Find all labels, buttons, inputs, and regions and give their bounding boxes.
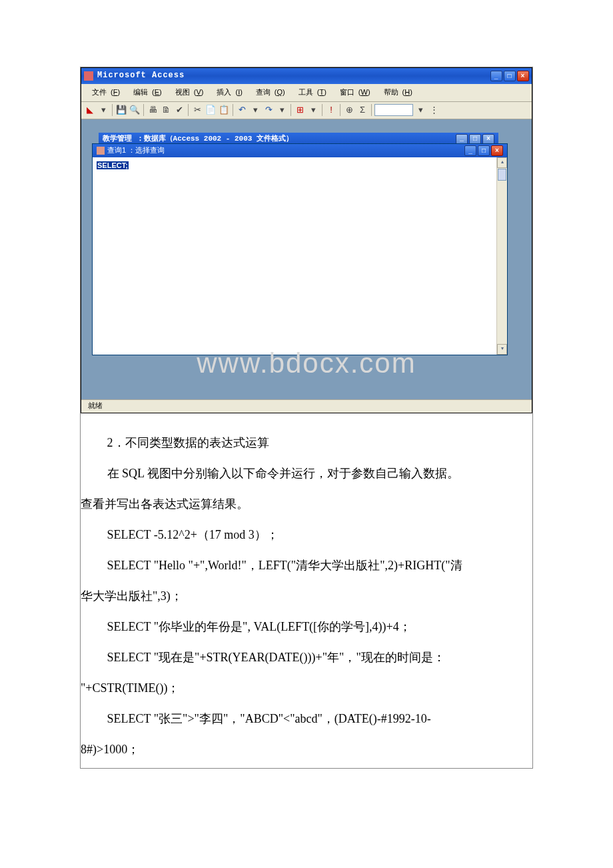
toolbar-separator xyxy=(340,104,340,116)
section-heading: 2．不同类型数据的表达式运算 xyxy=(81,431,532,455)
query-window-icon xyxy=(97,147,105,155)
query-body: SELECT; ▴ ▾ xyxy=(93,157,507,355)
sql-editor[interactable]: SELECT; xyxy=(93,157,496,355)
statusbar: 就绪 xyxy=(81,399,532,413)
titlebar: Microsoft Access _ □ × xyxy=(81,68,532,84)
menu-tools[interactable]: 工具(T) xyxy=(291,85,330,100)
instruction-line-2: 查看并写出各表达式运算结果。 xyxy=(81,492,532,516)
app-title: Microsoft Access xyxy=(97,69,490,82)
q-close-button[interactable]: × xyxy=(491,145,503,156)
sql-line-4a: SELECT "现在是"+STR(YEAR(DATE()))+"年"，"现在的时… xyxy=(81,645,532,669)
minimize-button[interactable]: _ xyxy=(490,71,502,81)
cut-icon[interactable]: ✂ xyxy=(191,104,203,116)
toolbar-separator xyxy=(291,104,291,116)
instruction-line-1: 在 SQL 视图中分别输入以下命令并运行，对于参数自己输入数据。 xyxy=(81,461,532,485)
close-button[interactable]: × xyxy=(517,71,529,81)
querytype-drop-icon[interactable]: ▾ xyxy=(307,104,319,116)
sql-line-1: SELECT -5.12^2+（17 mod 3）； xyxy=(81,523,532,547)
toolbar-separator xyxy=(233,104,233,116)
page-frame: Microsoft Access _ □ × 文件(F) 编辑(E) 视图(V)… xyxy=(80,67,533,769)
paste-icon[interactable]: 📋 xyxy=(218,104,230,116)
menu-insert[interactable]: 插入(I) xyxy=(209,85,246,100)
toolbar-separator xyxy=(188,104,189,116)
q-minimize-button[interactable]: _ xyxy=(464,145,476,156)
scroll-thumb[interactable] xyxy=(498,169,506,181)
search-icon[interactable]: 🔍 xyxy=(129,104,141,116)
scroll-down-icon[interactable]: ▾ xyxy=(497,344,507,355)
preview-icon[interactable]: 🗎 xyxy=(160,104,172,116)
menu-help[interactable]: 帮助(H) xyxy=(376,85,416,100)
save-icon[interactable]: 💾 xyxy=(115,104,127,116)
query-window-titlebar: 查询1 ：选择查询 _ □ × xyxy=(93,144,507,157)
query-window: 查询1 ：选择查询 _ □ × SELECT; ▴ ▾ xyxy=(92,143,508,355)
sql-line-4b: "+CSTR(TIME())； xyxy=(81,676,532,700)
q-maximize-button[interactable]: □ xyxy=(478,145,490,156)
toolbar: ◣ ▾ 💾 🔍 🖶 🗎 ✔ ✂ 📄 📋 ↶ ▾ ↷ ▾ ⊞ ▾ ! ⊕ Σ xyxy=(81,102,532,119)
redo-icon[interactable]: ↷ xyxy=(263,104,275,116)
scrollbar[interactable]: ▴ ▾ xyxy=(496,157,507,355)
copy-icon[interactable]: 📄 xyxy=(205,104,217,116)
menu-edit[interactable]: 编辑(E) xyxy=(125,85,166,100)
dropdown-icon[interactable]: ▾ xyxy=(97,104,109,116)
menu-file[interactable]: 文件(F) xyxy=(84,85,124,100)
redo-drop-icon[interactable]: ▾ xyxy=(276,104,288,116)
sql-text: SELECT; xyxy=(97,161,129,169)
menu-query[interactable]: 查询(Q) xyxy=(248,85,289,100)
sql-line-5b: 8#)>1000； xyxy=(81,737,532,761)
toolbar-combo-drop-icon[interactable]: ▾ xyxy=(414,104,426,116)
toolbar-overflow-icon[interactable]: ⋮ xyxy=(428,104,440,116)
window-controls: _ □ × xyxy=(490,71,529,81)
sql-line-2a: SELECT "Hello "+",World!"，LEFT("清华大学出版社"… xyxy=(81,553,532,577)
document-body: 2．不同类型数据的表达式运算 在 SQL 视图中分别输入以下命令并运行，对于参数… xyxy=(81,413,532,761)
access-window: Microsoft Access _ □ × 文件(F) 编辑(E) 视图(V)… xyxy=(81,67,532,413)
toolbar-separator xyxy=(112,104,113,116)
showtable-icon[interactable]: ⊕ xyxy=(343,104,355,116)
workspace: 教学管理 ：数据库（Access 2002 - 2003 文件格式） _ □ ×… xyxy=(81,119,532,399)
scroll-up-icon[interactable]: ▴ xyxy=(497,157,507,168)
query-window-title: 查询1 ：选择查询 xyxy=(107,145,464,157)
menubar: 文件(F) 编辑(E) 视图(V) 插入(I) 查询(Q) 工具(T) 窗口(W… xyxy=(81,84,532,102)
toolbar-separator xyxy=(143,104,144,116)
view-icon[interactable]: ◣ xyxy=(84,104,96,116)
maximize-button[interactable]: □ xyxy=(504,71,516,81)
sql-line-2b: 华大学出版社",3)； xyxy=(81,584,532,608)
sql-line-5a: SELECT "张三">"李四"，"ABCD"<"abcd"，(DATE()-#… xyxy=(81,707,532,731)
toolbar-separator xyxy=(322,104,322,116)
totals-icon[interactable]: Σ xyxy=(356,104,368,116)
toolbar-combo[interactable] xyxy=(374,104,413,116)
spellcheck-icon[interactable]: ✔ xyxy=(173,104,185,116)
undo-icon[interactable]: ↶ xyxy=(236,104,248,116)
menu-window[interactable]: 窗口(W) xyxy=(332,85,374,100)
print-icon[interactable]: 🖶 xyxy=(147,104,159,116)
menu-view[interactable]: 视图(V) xyxy=(167,85,208,100)
undo-drop-icon[interactable]: ▾ xyxy=(249,104,261,116)
sql-line-3: SELECT "你毕业的年份是", VAL(LEFT([你的学号],4))+4； xyxy=(81,615,532,639)
querytype-icon[interactable]: ⊞ xyxy=(294,104,306,116)
toolbar-separator xyxy=(371,104,372,116)
status-text: 就绪 xyxy=(88,400,103,412)
run-icon[interactable]: ! xyxy=(325,104,337,116)
access-app-icon xyxy=(84,71,93,81)
